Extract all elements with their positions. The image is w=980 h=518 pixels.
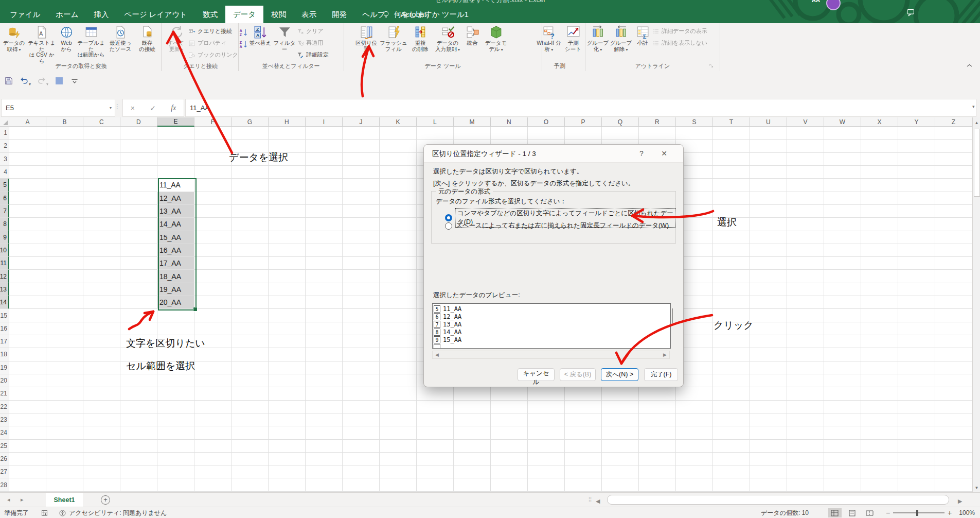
- cell-D6[interactable]: [120, 192, 157, 205]
- cell-V21[interactable]: [787, 387, 824, 400]
- save-button[interactable]: [4, 76, 13, 88]
- cell-Y13[interactable]: [898, 283, 935, 296]
- cell-Z6[interactable]: [935, 192, 972, 205]
- row-header-3[interactable]: 3: [0, 153, 9, 166]
- cell-U13[interactable]: [750, 283, 787, 296]
- cell-B26[interactable]: [46, 453, 83, 465]
- cell-M23[interactable]: [454, 413, 491, 426]
- cell-B1[interactable]: [46, 127, 83, 140]
- group-button[interactable]: グループ 化 ▾: [586, 23, 609, 62]
- row-header-4[interactable]: 4: [0, 166, 9, 179]
- detail-small-button[interactable]: 詳細を表示しない: [652, 38, 707, 48]
- cell-U25[interactable]: [750, 440, 787, 453]
- cell-E7[interactable]: 13_AA: [157, 205, 194, 218]
- cell-T18[interactable]: [713, 348, 750, 361]
- cell-J21[interactable]: [343, 387, 380, 400]
- cell-V20[interactable]: [787, 374, 824, 387]
- cell-V19[interactable]: [787, 361, 824, 374]
- cell-V3[interactable]: [787, 153, 824, 166]
- column-header-A[interactable]: A: [9, 117, 46, 127]
- cell-K20[interactable]: [380, 374, 417, 387]
- cell-S21[interactable]: [676, 387, 713, 400]
- cell-F22[interactable]: [194, 401, 231, 413]
- cell-C22[interactable]: [83, 401, 120, 413]
- cancel-entry-icon[interactable]: ×: [131, 104, 135, 112]
- cell-X3[interactable]: [861, 153, 898, 166]
- cell-I21[interactable]: [306, 387, 343, 400]
- cell-Y26[interactable]: [898, 453, 935, 465]
- cell-H3[interactable]: [269, 153, 306, 166]
- cell-G18[interactable]: [231, 348, 269, 361]
- cell-W18[interactable]: [824, 348, 861, 361]
- cell-M28[interactable]: [454, 478, 491, 491]
- cell-T5[interactable]: [713, 179, 750, 192]
- cell-S28[interactable]: [676, 478, 713, 491]
- cell-W12[interactable]: [824, 270, 861, 283]
- insert-function-icon[interactable]: fx: [171, 104, 176, 112]
- cell-L23[interactable]: [417, 413, 454, 426]
- cell-Z26[interactable]: [935, 453, 972, 465]
- column-header-M[interactable]: M: [454, 117, 491, 127]
- cell-U22[interactable]: [750, 401, 787, 413]
- cell-Y12[interactable]: [898, 270, 935, 283]
- cell-W5[interactable]: [824, 179, 861, 192]
- tab-ファイル[interactable]: ファイル: [2, 6, 48, 23]
- cell-T27[interactable]: [713, 465, 750, 478]
- cell-E5[interactable]: 11_AA: [157, 179, 194, 192]
- column-header-B[interactable]: B: [46, 117, 83, 127]
- cell-H27[interactable]: [269, 465, 306, 478]
- cell-C4[interactable]: [83, 166, 120, 179]
- cell-Z16[interactable]: [935, 322, 972, 335]
- redo-button[interactable]: ▾: [37, 76, 48, 88]
- cell-X17[interactable]: [861, 335, 898, 348]
- cell-X14[interactable]: [861, 296, 898, 309]
- cell-K19[interactable]: [380, 361, 417, 374]
- cell-S25[interactable]: [676, 440, 713, 453]
- cell-C14[interactable]: [83, 296, 120, 309]
- cell-C26[interactable]: [83, 453, 120, 465]
- cell-Z4[interactable]: [935, 166, 972, 179]
- cell-R26[interactable]: [639, 453, 676, 465]
- cell-V15[interactable]: [787, 309, 824, 322]
- cell-H16[interactable]: [269, 322, 306, 335]
- sheet-tab-sheet1[interactable]: Sheet1: [46, 493, 83, 508]
- cell-Z3[interactable]: [935, 153, 972, 166]
- cell-A24[interactable]: [9, 426, 46, 439]
- cell-A5[interactable]: [9, 179, 46, 192]
- cell-U26[interactable]: [750, 453, 787, 465]
- select-all-corner[interactable]: [0, 117, 9, 127]
- cell-J22[interactable]: [343, 401, 380, 413]
- cell-H23[interactable]: [269, 413, 306, 426]
- query-conn-small-button[interactable]: クエリと接続: [188, 26, 238, 36]
- cancel-button[interactable]: キャンセル: [518, 368, 555, 381]
- cell-I19[interactable]: [306, 361, 343, 374]
- cell-W10[interactable]: [824, 244, 861, 257]
- cell-K28[interactable]: [380, 478, 417, 491]
- row-header-21[interactable]: 21: [0, 387, 9, 400]
- cell-A14[interactable]: [9, 296, 46, 309]
- column-header-T[interactable]: T: [713, 117, 750, 127]
- cell-C24[interactable]: [83, 426, 120, 439]
- cell-J26[interactable]: [343, 453, 380, 465]
- cell-F2[interactable]: [194, 140, 231, 152]
- cell-Y17[interactable]: [898, 335, 935, 348]
- cell-O28[interactable]: [528, 478, 565, 491]
- cell-V17[interactable]: [787, 335, 824, 348]
- cell-B20[interactable]: [46, 374, 83, 387]
- cell-I10[interactable]: [306, 244, 343, 257]
- horizontal-scroll-thumb[interactable]: [607, 495, 949, 505]
- cell-U16[interactable]: [750, 322, 787, 335]
- cell-K8[interactable]: [380, 218, 417, 231]
- cell-K6[interactable]: [380, 192, 417, 205]
- cell-P23[interactable]: [565, 413, 602, 426]
- radio-delimited[interactable]: [445, 214, 452, 221]
- cell-W14[interactable]: [824, 296, 861, 309]
- cell-M27[interactable]: [454, 465, 491, 478]
- cell-C5[interactable]: [83, 179, 120, 192]
- cell-W23[interactable]: [824, 413, 861, 426]
- cell-R25[interactable]: [639, 440, 676, 453]
- cell-X23[interactable]: [861, 413, 898, 426]
- cell-B12[interactable]: [46, 270, 83, 283]
- cell-Y7[interactable]: [898, 205, 935, 218]
- cell-B14[interactable]: [46, 296, 83, 309]
